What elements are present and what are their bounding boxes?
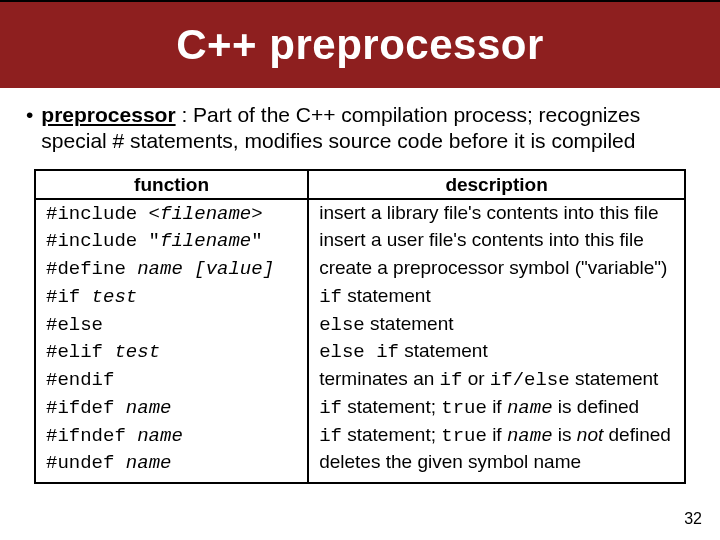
definition-text: preprocessor : Part of the C++ compilati…	[41, 102, 694, 155]
table-header-row: function description	[36, 171, 684, 199]
cell-function: #define name [value]	[36, 255, 308, 283]
cell-description: if statement; true if name is not define…	[308, 422, 684, 450]
cell-function: #include <filename>	[36, 199, 308, 228]
cell-function: #ifndef name	[36, 422, 308, 450]
header-function: function	[36, 171, 308, 199]
cell-description: insert a user file's contents into this …	[308, 227, 684, 255]
definition-bullet: • preprocessor : Part of the C++ compila…	[26, 102, 694, 155]
cell-description: create a preprocessor symbol ("variable"…	[308, 255, 684, 283]
table-row: #if testif statement	[36, 283, 684, 311]
cell-description: else statement	[308, 311, 684, 339]
table-row: #elif testelse if statement	[36, 338, 684, 366]
table-row: #endifterminates an if or if/else statem…	[36, 366, 684, 394]
page-number: 32	[684, 510, 702, 528]
directive-table: function description #include <filename>…	[36, 171, 684, 483]
cell-function: #endif	[36, 366, 308, 394]
cell-description: if statement; true if name is defined	[308, 394, 684, 422]
table-row: #define name [value]create a preprocesso…	[36, 255, 684, 283]
cell-description: if statement	[308, 283, 684, 311]
definition-term: preprocessor	[41, 103, 175, 126]
slide-body: • preprocessor : Part of the C++ compila…	[0, 88, 720, 484]
table-row: #include <filename>insert a library file…	[36, 199, 684, 228]
table-row: #ifdef nameif statement; true if name is…	[36, 394, 684, 422]
table-row: #elseelse statement	[36, 311, 684, 339]
bullet-icon: •	[26, 102, 33, 155]
table-row: #include "filename"insert a user file's …	[36, 227, 684, 255]
cell-description: terminates an if or if/else statement	[308, 366, 684, 394]
cell-function: #undef name	[36, 449, 308, 482]
slide-title: C++ preprocessor	[176, 21, 544, 69]
title-bar: C++ preprocessor	[0, 0, 720, 88]
cell-function: #ifdef name	[36, 394, 308, 422]
table-row: #ifndef nameif statement; true if name i…	[36, 422, 684, 450]
cell-function: #else	[36, 311, 308, 339]
cell-description: deletes the given symbol name	[308, 449, 684, 482]
cell-function: #elif test	[36, 338, 308, 366]
cell-description: else if statement	[308, 338, 684, 366]
header-description: description	[308, 171, 684, 199]
cell-function: #include "filename"	[36, 227, 308, 255]
directive-table-wrap: function description #include <filename>…	[34, 169, 686, 485]
table-row: #undef namedeletes the given symbol name	[36, 449, 684, 482]
cell-function: #if test	[36, 283, 308, 311]
cell-description: insert a library file's contents into th…	[308, 199, 684, 228]
